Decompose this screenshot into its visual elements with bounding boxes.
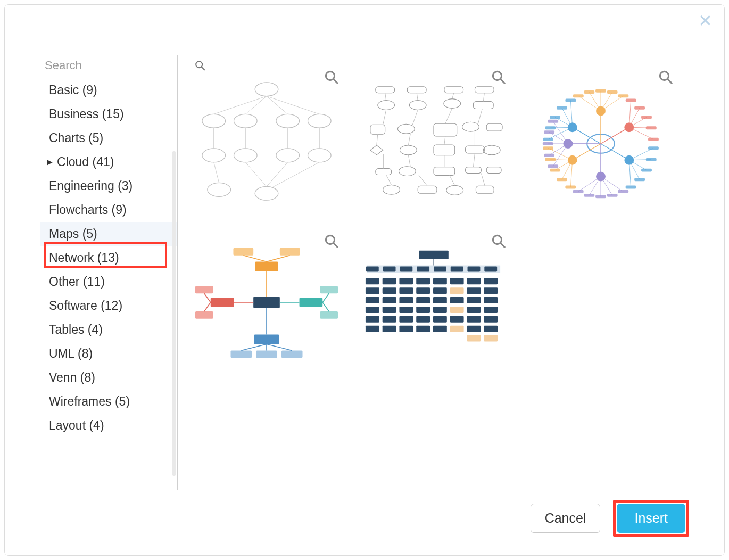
- svg-rect-226: [416, 307, 430, 313]
- svg-rect-249: [450, 297, 464, 303]
- svg-rect-88: [557, 106, 567, 110]
- category-item[interactable]: Layout (4): [40, 414, 177, 438]
- svg-point-22: [255, 186, 278, 200]
- svg-rect-229: [433, 278, 447, 284]
- svg-rect-136: [584, 194, 594, 197]
- category-item[interactable]: UML (8): [40, 342, 177, 366]
- cancel-button[interactable]: Cancel: [531, 504, 601, 533]
- svg-point-19: [308, 149, 331, 162]
- svg-line-64: [377, 134, 378, 145]
- svg-rect-239: [467, 316, 481, 323]
- category-item[interactable]: Charts (5): [40, 126, 177, 150]
- svg-rect-110: [641, 116, 652, 119]
- close-icon[interactable]: ✕: [698, 12, 713, 29]
- svg-rect-224: [416, 287, 430, 294]
- category-item[interactable]: Venn (8): [40, 366, 177, 390]
- svg-rect-247: [450, 278, 464, 284]
- svg-rect-132: [607, 194, 618, 197]
- svg-rect-36: [473, 102, 493, 109]
- svg-rect-228: [416, 326, 430, 332]
- insert-button[interactable]: Insert: [617, 504, 685, 533]
- category-list: Basic (9)Business (15)Charts (5)Cloud (4…: [40, 76, 177, 490]
- svg-rect-148: [545, 158, 556, 161]
- svg-rect-245: [484, 316, 498, 323]
- svg-line-59: [483, 93, 484, 102]
- svg-rect-205: [366, 278, 379, 284]
- category-item[interactable]: Tables (4): [40, 318, 177, 342]
- svg-point-7: [234, 114, 257, 128]
- svg-line-56: [385, 93, 386, 101]
- svg-point-13: [202, 149, 226, 162]
- thumbnail-preview: [360, 75, 508, 210]
- svg-rect-206: [366, 287, 379, 294]
- svg-point-21: [208, 183, 231, 196]
- svg-rect-242: [484, 287, 498, 294]
- category-item[interactable]: Basic (9): [40, 78, 177, 102]
- svg-rect-86: [550, 116, 560, 119]
- category-label: Basic (9): [49, 83, 97, 97]
- template-thumbnail[interactable]: [354, 65, 513, 215]
- svg-rect-44: [434, 145, 455, 155]
- category-label: Wireframes (5): [49, 394, 130, 409]
- category-label: Other (11): [49, 275, 105, 289]
- svg-rect-184: [254, 335, 279, 344]
- svg-line-176: [204, 293, 211, 302]
- svg-line-191: [267, 344, 292, 350]
- svg-rect-203: [468, 267, 481, 272]
- template-thumbnail[interactable]: [187, 65, 346, 215]
- category-item[interactable]: Other (11): [40, 270, 177, 294]
- category-label: Venn (8): [49, 370, 95, 385]
- template-thumbnail[interactable]: [354, 229, 513, 379]
- svg-rect-154: [548, 164, 558, 168]
- category-item[interactable]: Maps (5): [40, 222, 177, 246]
- svg-rect-45: [466, 146, 485, 153]
- scrollbar[interactable]: [172, 151, 176, 476]
- svg-rect-98: [595, 89, 606, 93]
- category-item[interactable]: Engineering (3): [40, 174, 177, 198]
- category-item[interactable]: Flowcharts (9): [40, 198, 177, 222]
- category-item[interactable]: Network (13): [40, 246, 177, 270]
- svg-rect-82: [543, 138, 553, 141]
- svg-rect-53: [418, 186, 437, 193]
- svg-line-135: [589, 177, 601, 195]
- svg-rect-251: [450, 316, 464, 323]
- svg-rect-94: [573, 94, 584, 97]
- svg-line-171: [267, 256, 290, 262]
- template-thumbnail[interactable]: [187, 229, 346, 379]
- svg-rect-41: [486, 123, 502, 131]
- category-sidebar: Basic (9)Business (15)Charts (5)Cloud (4…: [40, 55, 178, 490]
- svg-rect-29: [376, 87, 395, 93]
- svg-rect-204: [484, 267, 497, 272]
- svg-rect-51: [486, 167, 501, 174]
- svg-rect-216: [383, 326, 396, 332]
- svg-line-26: [272, 162, 319, 188]
- category-label: Charts (5): [49, 131, 103, 145]
- svg-rect-214: [383, 307, 396, 313]
- dialog-footer: Cancel Insert: [531, 500, 689, 537]
- svg-line-6: [214, 96, 267, 114]
- template-thumbnail[interactable]: [521, 65, 680, 215]
- category-label: Business (15): [49, 107, 124, 121]
- category-label: Engineering (3): [49, 179, 132, 193]
- svg-line-153: [553, 144, 568, 166]
- svg-rect-220: [399, 307, 413, 313]
- category-label: Network (13): [49, 251, 119, 265]
- svg-rect-197: [366, 267, 379, 272]
- category-item[interactable]: Cloud (41): [40, 150, 177, 174]
- svg-line-65: [408, 134, 410, 145]
- svg-rect-194: [419, 251, 449, 259]
- svg-rect-168: [233, 248, 253, 256]
- svg-rect-162: [548, 120, 558, 123]
- svg-rect-50: [466, 167, 482, 174]
- category-item[interactable]: Software (12): [40, 294, 177, 318]
- category-item[interactable]: Wireframes (5): [40, 390, 177, 414]
- svg-line-75: [481, 174, 485, 186]
- svg-line-66: [444, 136, 445, 145]
- svg-line-25: [267, 162, 288, 187]
- svg-rect-181: [320, 311, 338, 319]
- svg-rect-180: [320, 286, 338, 293]
- svg-rect-236: [467, 287, 481, 294]
- thumbnail-preview: [193, 238, 341, 374]
- search-input[interactable]: [45, 59, 191, 72]
- category-item[interactable]: Business (15): [40, 102, 177, 126]
